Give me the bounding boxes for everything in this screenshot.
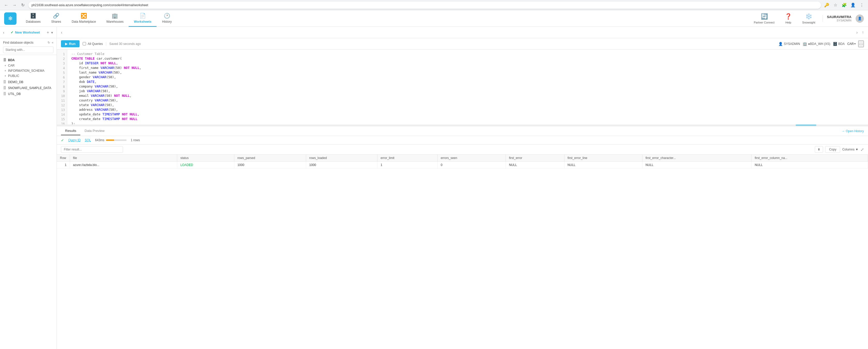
- columns-label: Columns ▼: [842, 148, 859, 151]
- run-label: Run: [69, 42, 75, 46]
- checkmark-icon: ✓: [10, 31, 13, 34]
- cell-error-limit: 1: [377, 162, 438, 169]
- nav-item-worksheets[interactable]: 📄 Worksheets: [129, 10, 157, 27]
- address-bar[interactable]: [28, 2, 821, 9]
- user-avatar[interactable]: 👤: [856, 14, 864, 23]
- main-area: ‹ ✓ New Worksheet + ▾ Find database obje…: [0, 27, 868, 349]
- expand-results-button[interactable]: ⤢: [861, 147, 864, 152]
- menu-icon[interactable]: ⋮: [858, 2, 865, 9]
- extensions-icon[interactable]: 🧩: [841, 2, 848, 9]
- col-header-first-error-col: first_error_column_na...: [751, 154, 868, 162]
- copy-button[interactable]: Copy: [825, 146, 840, 153]
- all-queries-checkbox[interactable]: [83, 42, 86, 45]
- open-history-arrow: →: [842, 129, 845, 133]
- cell-errors-seen: 0: [437, 162, 505, 169]
- tree-label-util-db: UTIL_DB: [8, 92, 21, 96]
- all-queries-checkbox-label[interactable]: All Queries: [83, 42, 103, 46]
- tree-item-demo-db[interactable]: 🗄 DEMO_DB: [0, 79, 57, 85]
- cell-row-num: 1: [57, 162, 70, 169]
- help-button[interactable]: ❓ Help: [782, 12, 795, 25]
- code-content[interactable]: -- Customer Table CREATE TABLE car.custo…: [67, 49, 868, 125]
- logo-button[interactable]: ❄: [4, 12, 17, 25]
- tree-child-car[interactable]: ✦ CAR: [4, 63, 57, 68]
- code-line-9: job VARCHAR(50),: [71, 89, 864, 94]
- sidebar-collapse-arrow[interactable]: ‹: [3, 31, 4, 35]
- sql-link[interactable]: SQL: [85, 138, 91, 142]
- results-table-wrapper[interactable]: Row file status rows_parsed rows_loaded …: [57, 154, 868, 169]
- refresh-button[interactable]: ↻: [19, 2, 26, 9]
- add-worksheet-button[interactable]: +: [46, 30, 50, 35]
- tree-label-snowflake-sample: SNOWFLAKE_SAMPLE_DATA: [8, 86, 52, 90]
- line-num-14: 14: [57, 112, 67, 117]
- tree-item-bda[interactable]: 🗄 BDA: [0, 57, 57, 63]
- tree-item-util-db[interactable]: 🗄 UTIL_DB: [0, 91, 57, 97]
- worksheet-options-button[interactable]: ▾: [51, 30, 54, 35]
- snowsight-button[interactable]: ❄️ Snowsight: [799, 12, 818, 25]
- more-options-button[interactable]: ⋯: [858, 40, 864, 47]
- snowflake-logo-icon: ❄: [8, 15, 13, 22]
- results-table-header: Row file status rows_parsed rows_loaded …: [57, 154, 868, 162]
- col-header-rows-parsed: rows_parsed: [234, 154, 306, 162]
- results-table-body: 1 azure://azbda.blo... LOADED 1000 1000 …: [57, 162, 868, 169]
- warehouse-badge[interactable]: 🏢 ●BDA_WH (XS): [803, 42, 830, 46]
- editor-scrollbar-thumb: [796, 125, 816, 126]
- columns-button[interactable]: Columns ▼: [842, 148, 859, 151]
- top-nav: ❄ 🗄️ Databases 🔗 Shares 🔀 Data Marketpla…: [0, 10, 868, 27]
- nav-item-warehouses[interactable]: 🏢 Warehouses: [101, 10, 129, 27]
- query-toolbar-right: 👤 SYSADMIN 🏢 ●BDA_WH (XS) 🗄️ BDA CAR ▾: [778, 40, 864, 47]
- tree-child-public[interactable]: ✦ PUBLIC: [4, 73, 57, 78]
- content-area: ‹ › ↑ ▶ Run All Queries: [57, 27, 868, 349]
- collapse-panel-button[interactable]: ‹: [60, 30, 63, 35]
- download-button[interactable]: ⬇: [815, 146, 823, 153]
- expand-right-button[interactable]: ›: [855, 30, 859, 35]
- schema-dropdown-arrow: ▾: [854, 42, 856, 45]
- warehouses-icon: 🏢: [112, 13, 118, 19]
- profile-icon[interactable]: 👤: [849, 2, 857, 9]
- tree-child-information-schema[interactable]: ✦ INFORMATION_SCHEMA: [4, 68, 57, 73]
- code-line-13: address VARCHAR(50),: [71, 107, 864, 112]
- tree-item-snowflake-sample[interactable]: 🗄 SNOWFLAKE_SAMPLE_DATA: [0, 85, 57, 91]
- collapse-up-button[interactable]: ↑: [861, 30, 865, 35]
- code-line-1: -- Customer Table: [71, 51, 864, 56]
- refresh-icon[interactable]: ↻: [48, 41, 50, 44]
- cell-rows-parsed: 1000: [234, 162, 306, 169]
- code-line-16: );: [71, 121, 864, 125]
- collapse-icon[interactable]: «: [52, 41, 54, 44]
- snowsight-label: Snowsight: [802, 21, 815, 24]
- run-button[interactable]: ▶ Run: [61, 40, 80, 47]
- new-worksheet-button[interactable]: ✓ New Worksheet: [7, 28, 43, 37]
- editor-scrollbar[interactable]: [57, 125, 868, 126]
- nav-item-data-marketplace[interactable]: 🔀 Data Marketplace: [66, 10, 101, 27]
- back-button[interactable]: ←: [3, 2, 10, 9]
- tab-data-preview[interactable]: Data Preview: [80, 127, 108, 135]
- user-role: SYSADMIN: [837, 19, 851, 22]
- key-icon[interactable]: 🔑: [823, 2, 830, 9]
- line-num-16: 16: [57, 121, 67, 125]
- nav-item-databases[interactable]: 🗄️ Databases: [21, 10, 46, 27]
- nav-item-shares[interactable]: 🔗 Shares: [46, 10, 66, 27]
- star-icon[interactable]: ☆: [832, 2, 839, 9]
- find-objects-label: Find database objects: [3, 41, 33, 44]
- database-badge[interactable]: 🗄️ BDA: [833, 42, 845, 46]
- sql-label: SQL: [85, 138, 91, 142]
- nav-item-history[interactable]: 🕐 History: [157, 10, 177, 27]
- sidebar-search-input[interactable]: [3, 46, 54, 53]
- schema-badge[interactable]: CAR ▾: [847, 42, 856, 46]
- code-line-8: company VARCHAR(50),: [71, 84, 864, 89]
- nav-label-history: History: [162, 20, 172, 24]
- forward-button[interactable]: →: [11, 2, 18, 9]
- sql-editor[interactable]: 1 2 3 4 5 6 7 8 9 10 11 12 13 14 15 16 1: [57, 49, 868, 125]
- results-panel: Results Data Preview → Open History ✓ Q: [57, 126, 868, 169]
- warehouse-icon: 🏢: [803, 42, 807, 46]
- sidebar-header: ‹ ✓ New Worksheet + ▾: [0, 27, 57, 38]
- tab-results[interactable]: Results: [61, 127, 80, 135]
- code-line-14: update_date TIMESTAMP NOT NULL,: [71, 112, 864, 117]
- query-id-link[interactable]: Query ID: [68, 138, 81, 142]
- filter-input[interactable]: [61, 146, 123, 153]
- open-history-button[interactable]: → Open History: [842, 129, 864, 133]
- line-num-8: 8: [57, 84, 67, 89]
- col-header-row: Row: [57, 154, 70, 162]
- partner-connect-button[interactable]: 🔄 Partner Connect: [751, 12, 778, 25]
- history-icon: 🕐: [164, 13, 170, 19]
- worksheet-toolbar-right: › ↑: [855, 30, 865, 35]
